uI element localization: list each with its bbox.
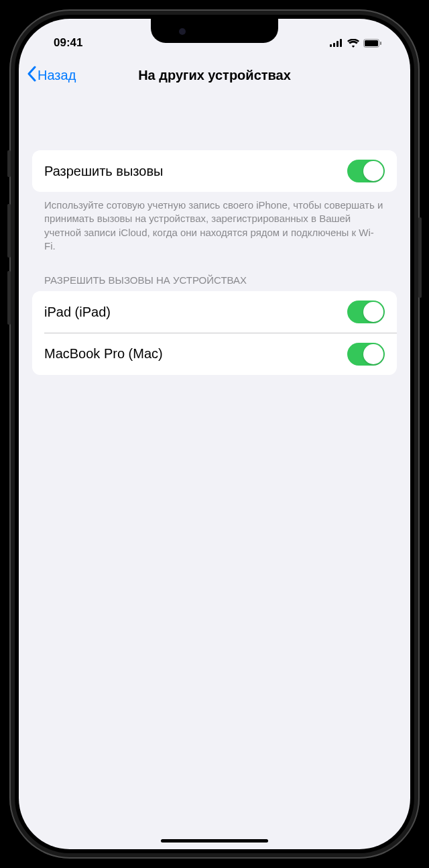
allow-calls-cell: Разрешить вызовы xyxy=(32,150,397,192)
svg-rect-0 xyxy=(330,44,332,47)
devices-group: iPad (iPad) MacBook Pro (Mac) xyxy=(32,291,397,375)
allow-calls-label: Разрешить вызовы xyxy=(44,164,163,179)
devices-section-header: РАЗРЕШИТЬ ВЫЗОВЫ НА УСТРОЙСТВАХ xyxy=(32,253,397,291)
content: Разрешить вызовы Используйте сотовую уче… xyxy=(19,94,410,375)
device-label: MacBook Pro (Mac) xyxy=(44,346,163,362)
toggle-knob xyxy=(363,302,383,322)
device-cell: MacBook Pro (Mac) xyxy=(32,333,397,375)
cellular-signal-icon xyxy=(330,39,343,47)
wifi-icon xyxy=(347,39,359,48)
toggle-knob xyxy=(363,161,383,181)
svg-rect-6 xyxy=(380,42,381,45)
silent-switch xyxy=(7,150,11,177)
allow-calls-group: Разрешить вызовы xyxy=(32,150,397,192)
volume-down-button xyxy=(7,271,11,325)
volume-up-button xyxy=(7,204,11,258)
allow-calls-toggle[interactable] xyxy=(347,160,385,182)
chevron-left-icon xyxy=(27,66,36,85)
device-toggle[interactable] xyxy=(347,343,385,366)
toggle-knob xyxy=(363,344,383,364)
device-label: iPad (iPad) xyxy=(44,305,111,320)
screen: 09:41 Назад На других устройств xyxy=(19,19,410,849)
device-toggle[interactable] xyxy=(347,301,385,323)
svg-rect-3 xyxy=(340,39,342,47)
svg-rect-2 xyxy=(336,41,339,47)
device-cell: iPad (iPad) xyxy=(32,291,397,333)
home-indicator[interactable] xyxy=(161,839,268,843)
page-title: На других устройствах xyxy=(138,68,291,83)
notch xyxy=(151,19,278,43)
status-indicators xyxy=(330,39,386,48)
battery-icon xyxy=(363,39,382,48)
power-button xyxy=(418,217,422,298)
navigation-bar: Назад На других устройствах xyxy=(19,56,410,94)
back-button[interactable]: Назад xyxy=(27,66,76,85)
allow-calls-footer: Используйте сотовую учетную запись своег… xyxy=(32,192,397,253)
svg-rect-1 xyxy=(333,43,335,47)
status-time: 09:41 xyxy=(43,36,82,50)
svg-rect-5 xyxy=(365,40,378,46)
phone-frame: 09:41 Назад На других устройств xyxy=(9,9,420,859)
back-label: Назад xyxy=(38,68,76,83)
